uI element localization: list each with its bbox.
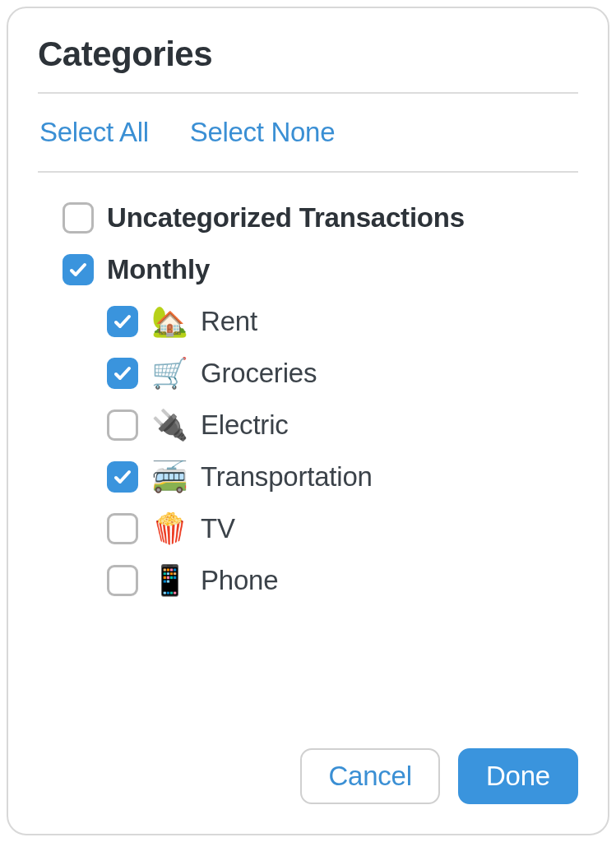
selection-actions: Select All Select None xyxy=(38,94,578,171)
checkbox-phone[interactable] xyxy=(107,565,138,596)
categories-modal: Categories Select All Select None Uncate… xyxy=(7,7,609,835)
category-label: TV xyxy=(201,513,235,544)
modal-footer: Cancel Done xyxy=(38,740,578,804)
category-row-rent[interactable]: 🏡 Rent xyxy=(107,306,578,337)
cart-icon: 🛒 xyxy=(151,359,188,388)
category-list: Uncategorized Transactions Monthly 🏡 Ren… xyxy=(38,173,578,740)
category-label: Transportation xyxy=(201,461,373,493)
checkbox-uncategorized[interactable] xyxy=(63,202,94,234)
cancel-button[interactable]: Cancel xyxy=(300,748,440,804)
checkbox-monthly[interactable] xyxy=(63,254,94,285)
category-row-transportation[interactable]: 🚎 Transportation xyxy=(107,461,578,493)
category-row-uncategorized[interactable]: Uncategorized Transactions xyxy=(63,202,578,234)
category-row-groceries[interactable]: 🛒 Groceries xyxy=(107,358,578,389)
checkbox-transportation[interactable] xyxy=(107,461,138,493)
popcorn-icon: 🍿 xyxy=(151,514,188,544)
category-row-phone[interactable]: 📱 Phone xyxy=(107,565,578,596)
category-row-electric[interactable]: 🔌 Electric xyxy=(107,409,578,441)
house-icon: 🏡 xyxy=(151,307,188,336)
category-label: Rent xyxy=(201,306,257,337)
category-label: Groceries xyxy=(201,358,317,389)
checkbox-groceries[interactable] xyxy=(107,358,138,389)
category-row-monthly[interactable]: Monthly xyxy=(63,254,578,285)
category-row-tv[interactable]: 🍿 TV xyxy=(107,513,578,544)
checkbox-rent[interactable] xyxy=(107,306,138,337)
select-none-button[interactable]: Select None xyxy=(190,117,335,148)
plug-icon: 🔌 xyxy=(151,410,188,440)
checkbox-tv[interactable] xyxy=(107,513,138,544)
select-all-button[interactable]: Select All xyxy=(39,117,149,148)
category-label: Phone xyxy=(201,565,278,596)
phone-icon: 📱 xyxy=(151,566,188,595)
checkbox-electric[interactable] xyxy=(107,409,138,441)
bus-icon: 🚎 xyxy=(151,462,188,492)
category-label: Monthly xyxy=(107,254,210,285)
category-label: Electric xyxy=(201,409,289,441)
done-button[interactable]: Done xyxy=(458,748,578,804)
category-label: Uncategorized Transactions xyxy=(107,202,465,234)
modal-title: Categories xyxy=(38,35,578,92)
